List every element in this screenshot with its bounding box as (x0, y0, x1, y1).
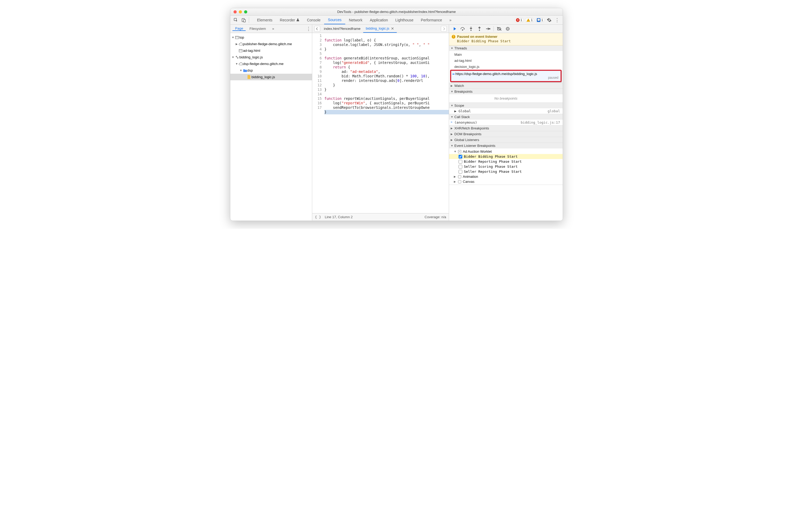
elb-cat-canvas[interactable]: ▶ Canvas (449, 179, 563, 184)
issues-badge[interactable]: 💬1 (535, 18, 545, 22)
svg-rect-10 (235, 36, 239, 39)
navigator-menu-icon[interactable]: ⋮ (305, 25, 312, 32)
section-elb-header[interactable]: ▼Event Listener Breakpoints (449, 143, 563, 149)
file-tab-bidding[interactable]: bidding_logic.js ✕ (363, 24, 397, 33)
nav-forward-icon[interactable] (441, 26, 447, 32)
step-out-icon[interactable] (476, 26, 483, 32)
deactivate-breakpoints-icon[interactable] (496, 26, 502, 32)
step-into-icon[interactable] (468, 26, 474, 32)
tree-item-2[interactable]: ad-tag.html (230, 47, 312, 54)
tree-toggle-icon[interactable]: ▼ (231, 56, 234, 59)
tree-toggle-icon[interactable]: ▼ (235, 62, 238, 65)
section-watch: ▶Watch (449, 83, 563, 89)
step-over-icon[interactable] (460, 26, 466, 32)
elb-checkbox[interactable] (458, 155, 462, 158)
code-editor[interactable]: 1234567891011121314151617 function log(l… (312, 33, 449, 213)
tab-lighthouse[interactable]: Lighthouse (392, 16, 417, 24)
navigator-tabs: Page Filesystem » ⋮ (230, 24, 312, 33)
tab-performance[interactable]: Performance (417, 16, 446, 24)
elb-cat-animation[interactable]: ▶ Animation (449, 174, 563, 179)
section-xhr-bp-header[interactable]: ▶XHR/fetch Breakpoints (449, 126, 563, 131)
elb-checkbox[interactable] (458, 170, 462, 174)
section-elb: ▼Event Listener Breakpoints ▼ − Ad Aucti… (449, 143, 563, 185)
content-area: ▼top▶publisher-fledge-demo.glitch.mead-t… (230, 33, 563, 221)
cursor-position: Line 17, Column 2 (321, 215, 424, 219)
tree-item-1[interactable]: ▶publisher-fledge-demo.glitch.me (230, 41, 312, 47)
tabs-overflow-icon[interactable]: » (446, 16, 455, 24)
tree-item-4[interactable]: ▼dsp-fledge-demo.glitch.me (230, 60, 312, 67)
navigator-tabs-overflow-icon[interactable]: » (270, 27, 277, 31)
tree-toggle-icon[interactable]: ▼ (231, 36, 234, 39)
tree-toggle-icon[interactable]: ▼ (239, 69, 243, 72)
section-threads-title: Threads (454, 46, 467, 50)
thread-decision[interactable]: decision_logic.js (449, 64, 563, 70)
device-toolbar-icon[interactable] (240, 17, 248, 23)
elb-cat-adauction[interactable]: ▼ − Ad Auction Worklet (449, 149, 563, 154)
settings-icon[interactable] (546, 17, 553, 23)
indeterminate-checkbox-icon[interactable]: − (458, 150, 461, 153)
svg-point-12 (236, 56, 237, 57)
tab-sources[interactable]: Sources (324, 16, 345, 24)
tab-console[interactable]: Console (303, 16, 324, 24)
jsfile-icon (247, 75, 251, 79)
section-dom-bp-title: DOM Breakpoints (454, 132, 482, 136)
debugger-panel: !Paused on event listener Bidder Bidding… (449, 33, 563, 221)
pause-on-exceptions-icon[interactable] (505, 26, 511, 32)
stack-frame-name: (anonymous) (454, 120, 477, 125)
elb-item-3[interactable]: Seller Reporting Phase Start (449, 169, 563, 174)
thread-main[interactable]: Main (449, 52, 563, 58)
section-scope-header[interactable]: ▼Scope (449, 103, 563, 108)
errors-badge[interactable]: ✕1 (514, 18, 524, 22)
elb-cat-animation-checkbox[interactable] (458, 175, 461, 178)
file-tab-index[interactable]: index.html?fencedframe (321, 24, 363, 33)
svg-point-5 (479, 30, 480, 31)
section-global-listeners: ▶Global Listeners (449, 137, 563, 143)
tab-application[interactable]: Application (366, 16, 392, 24)
tree-item-3[interactable]: ▼bidding_logic.js (230, 54, 312, 60)
stack-frame-0[interactable]: ➡ (anonymous) bidding_logic.js:17 (449, 120, 563, 125)
nav-back-icon[interactable] (314, 26, 320, 32)
tree-item-label: ad-tag.html (243, 49, 260, 53)
close-window-button[interactable] (233, 10, 237, 14)
thread-active-highlighted[interactable]: https://dsp-fledge-demo.glitch.me/dsp/bi… (450, 70, 562, 82)
tree-item-0[interactable]: ▼top (230, 34, 312, 41)
section-breakpoints-header[interactable]: ▼Breakpoints (449, 89, 563, 94)
tree-item-6[interactable]: bidding_logic.js (230, 74, 312, 80)
elb-checkbox[interactable] (458, 160, 462, 164)
folder-icon (243, 69, 247, 72)
elb-item-2[interactable]: Seller Scoring Phase Start (449, 164, 563, 169)
format-icon[interactable]: { } (315, 215, 321, 219)
scope-global-row[interactable]: ▶ Global global (449, 108, 563, 114)
section-watch-header[interactable]: ▶Watch (449, 83, 563, 89)
section-threads-header[interactable]: ▼Threads (449, 45, 563, 51)
maximize-window-button[interactable] (244, 10, 247, 14)
pause-banner: !Paused on event listener Bidder Bidding… (449, 33, 563, 45)
minimize-window-button[interactable] (239, 10, 242, 14)
tab-network[interactable]: Network (345, 16, 366, 24)
section-elb-title: Event Listener Breakpoints (454, 144, 495, 148)
navigator-tab-filesystem[interactable]: Filesystem (247, 27, 268, 31)
section-callstack-header[interactable]: ▼Call Stack (449, 114, 563, 120)
elb-cat-adauction-label: Ad Auction Worklet (463, 150, 492, 153)
elb-cat-canvas-checkbox[interactable] (458, 180, 461, 183)
section-global-listeners-header[interactable]: ▶Global Listeners (449, 137, 563, 142)
frame-icon (234, 36, 239, 39)
tab-recorder[interactable]: Recorder (276, 16, 303, 24)
warnings-badge[interactable]: 1 (525, 18, 534, 22)
warnings-count: 1 (531, 18, 533, 22)
elb-checkbox[interactable] (458, 165, 462, 169)
navigator-tab-page[interactable]: Page (232, 26, 246, 31)
thread-adtag[interactable]: ad-tag.html (449, 58, 563, 64)
tab-elements[interactable]: Elements (253, 16, 276, 24)
elb-item-0[interactable]: Bidder Bidding Phase Start (449, 154, 563, 159)
section-dom-bp-header[interactable]: ▶DOM Breakpoints (449, 131, 563, 137)
svg-point-3 (462, 30, 463, 31)
step-icon[interactable] (485, 26, 491, 32)
inspect-element-icon[interactable] (232, 17, 240, 23)
tree-item-5[interactable]: ▼dsp (230, 67, 312, 74)
close-tab-icon[interactable]: ✕ (391, 26, 394, 31)
tree-toggle-icon[interactable]: ▶ (235, 42, 238, 45)
menu-icon[interactable]: ⋮ (554, 17, 561, 23)
resume-icon[interactable] (451, 26, 457, 32)
elb-item-1[interactable]: Bidder Reporting Phase Start (449, 159, 563, 164)
